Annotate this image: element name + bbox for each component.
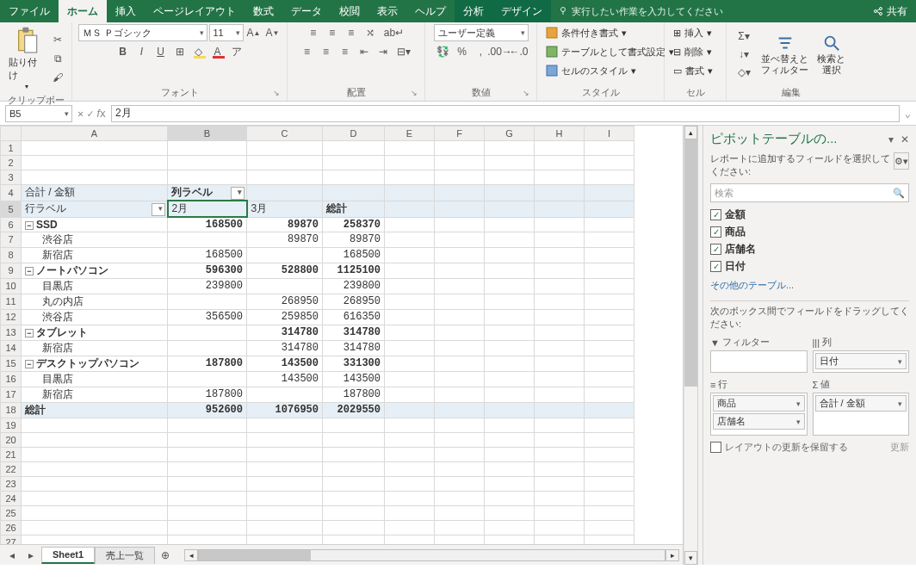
cell-C22[interactable] [247, 461, 323, 476]
cell-E14[interactable] [385, 340, 435, 356]
cell-A24[interactable] [22, 491, 168, 505]
cell-D10[interactable]: 239800 [323, 278, 385, 294]
cell-E7[interactable] [385, 232, 435, 247]
filter-drop-area[interactable] [710, 350, 808, 373]
cell-I16[interactable] [585, 371, 634, 387]
row-header-6[interactable]: 6 [1, 217, 22, 232]
cell-G15[interactable] [485, 356, 535, 371]
col-header-F[interactable]: F [435, 127, 485, 141]
cell-I12[interactable] [585, 309, 634, 325]
cell-G8[interactable] [485, 247, 535, 263]
phonetic-button[interactable]: ア [228, 43, 245, 60]
cell-E3[interactable] [385, 170, 435, 185]
cell-E22[interactable] [385, 461, 435, 476]
cell-A27[interactable] [22, 535, 168, 544]
cell-F15[interactable] [435, 356, 485, 371]
cell-F6[interactable] [435, 217, 485, 232]
cell-D27[interactable] [323, 535, 385, 544]
cell-H3[interactable] [535, 170, 585, 185]
cell-H18[interactable] [535, 402, 585, 418]
cell-B10[interactable]: 239800 [168, 278, 247, 294]
cell-D23[interactable] [323, 476, 385, 491]
cell-B3[interactable] [168, 170, 247, 185]
cell-C15[interactable]: 143500 [247, 356, 323, 371]
row-header-23[interactable]: 23 [1, 476, 22, 491]
row-header-18[interactable]: 18 [1, 402, 22, 418]
cell-H19[interactable] [535, 418, 585, 432]
cell-C21[interactable] [247, 447, 323, 461]
cut-icon[interactable]: ✂ [49, 31, 66, 48]
cell-E19[interactable] [385, 418, 435, 432]
row-header-13[interactable]: 13 [1, 325, 22, 340]
row-header-3[interactable]: 3 [1, 170, 22, 185]
cell-H10[interactable] [535, 278, 585, 294]
cell-F8[interactable] [435, 247, 485, 263]
cell-C10[interactable] [247, 278, 323, 294]
wrap-text-button[interactable]: ab↵ [381, 24, 407, 41]
cell-D18[interactable]: 2029550 [323, 402, 385, 418]
bold-button[interactable]: B [114, 43, 132, 60]
cell-G9[interactable] [485, 263, 535, 278]
cell-H4[interactable] [535, 185, 585, 201]
cell-B6[interactable]: 168500 [168, 217, 247, 232]
cell-C3[interactable] [247, 170, 323, 185]
row-header-16[interactable]: 16 [1, 371, 22, 387]
expand-formula-bar-icon[interactable]: ⌄ [905, 108, 911, 120]
format-cells-button[interactable]: ▭ 書式 ▾ [670, 62, 716, 79]
cell-C7[interactable]: 89870 [247, 232, 323, 247]
align-right-icon[interactable]: ≡ [337, 43, 354, 60]
cell-C27[interactable] [247, 535, 323, 544]
cell-H7[interactable] [535, 232, 585, 247]
row-header-21[interactable]: 21 [1, 447, 22, 461]
cell-G11[interactable] [485, 294, 535, 309]
sheet-nav-prev-icon[interactable]: ◂ [3, 547, 21, 564]
tab-ホーム[interactable]: ホーム [59, 0, 107, 22]
defer-layout-checkbox[interactable]: レイアウトの更新を保留する [710, 441, 848, 454]
insert-cells-button[interactable]: ⊞ 挿入 ▾ [670, 24, 715, 41]
cell-F1[interactable] [435, 141, 485, 156]
fill-color-button[interactable]: ◇ [190, 43, 207, 60]
increase-decimal-icon[interactable]: .00→ [492, 43, 509, 60]
cell-D20[interactable] [323, 432, 385, 447]
cell-F17[interactable] [435, 387, 485, 402]
row-header-15[interactable]: 15 [1, 356, 22, 371]
cell-F24[interactable] [435, 491, 485, 505]
cell-H16[interactable] [535, 371, 585, 387]
more-tables-link[interactable]: その他のテーブル... [710, 279, 909, 292]
cell-I18[interactable] [585, 402, 634, 418]
cell-G12[interactable] [485, 309, 535, 325]
cell-H15[interactable] [535, 356, 585, 371]
tab-挿入[interactable]: 挿入 [107, 0, 145, 22]
field-商品[interactable]: ✓商品 [710, 225, 909, 239]
cell-F22[interactable] [435, 461, 485, 476]
cell-I13[interactable] [585, 325, 634, 340]
collapse-icon[interactable]: − [25, 360, 34, 368]
field-list-settings-button[interactable]: ⚙▾ [894, 152, 909, 170]
cell-C4[interactable] [247, 185, 323, 201]
cell-I1[interactable] [585, 141, 634, 156]
row-header-4[interactable]: 4 [1, 185, 22, 201]
cell-H1[interactable] [535, 141, 585, 156]
chip-商品[interactable]: 商品 [713, 395, 805, 412]
cell-F2[interactable] [435, 156, 485, 170]
cell-A20[interactable] [22, 432, 168, 447]
cell-E12[interactable] [385, 309, 435, 325]
cell-G13[interactable] [485, 325, 535, 340]
field-金額[interactable]: ✓金額 [710, 207, 909, 222]
cell-F11[interactable] [435, 294, 485, 309]
align-left-icon[interactable]: ≡ [299, 43, 316, 60]
col-header-A[interactable]: A [22, 127, 168, 141]
tab-表示[interactable]: 表示 [368, 0, 406, 22]
cell-B13[interactable] [168, 325, 247, 340]
cell-H8[interactable] [535, 247, 585, 263]
cell-E5[interactable] [385, 201, 435, 217]
cell-F13[interactable] [435, 325, 485, 340]
col-header-H[interactable]: H [535, 127, 585, 141]
cell-H20[interactable] [535, 432, 585, 447]
cell-H27[interactable] [535, 535, 585, 544]
cell-C5[interactable]: 3月 [247, 201, 323, 217]
cell-D3[interactable] [323, 170, 385, 185]
cell-B5[interactable]: 2月 [168, 201, 247, 217]
collapse-icon[interactable]: − [25, 221, 34, 230]
add-sheet-button[interactable]: ⊕ [157, 547, 174, 564]
